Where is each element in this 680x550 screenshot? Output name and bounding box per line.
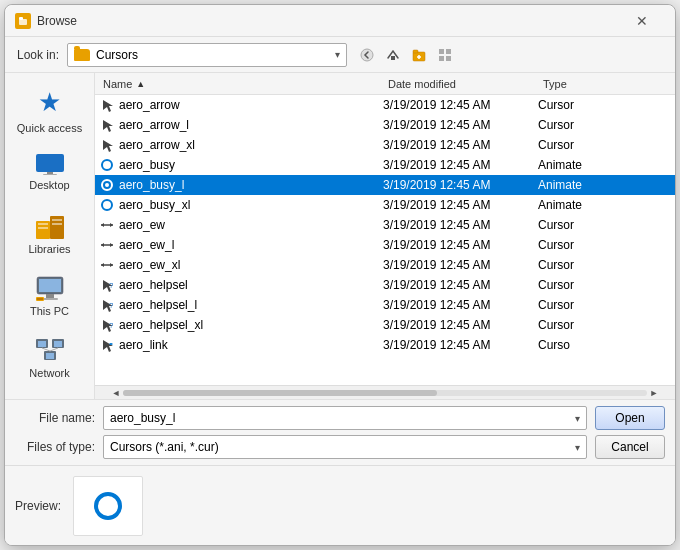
filetype-input[interactable]: Cursors (*.ani, *.cur) ▾ [103,435,587,459]
filetype-dropdown-icon: ▾ [575,442,580,453]
cancel-button[interactable]: Cancel [595,435,665,459]
file-type: Cursor [538,218,671,232]
svg-rect-20 [52,223,62,225]
filename-input[interactable]: aero_busy_l ▾ [103,406,587,430]
preview-box [73,476,143,536]
svg-rect-32 [46,353,54,359]
sidebar-item-libraries[interactable]: Libraries [10,205,90,263]
libraries-icon [36,213,64,239]
svg-rect-28 [38,341,46,347]
toolbar-buttons [355,43,457,67]
scroll-left-arrow[interactable]: ◄ [109,386,123,400]
sidebar-item-desktop[interactable]: Desktop [10,143,90,201]
svg-marker-37 [103,140,113,152]
svg-marker-49 [101,263,104,267]
views-button[interactable] [433,43,457,67]
file-type: Animate [538,178,671,192]
filename-row: File name: aero_busy_l ▾ Open [15,406,665,430]
toolbar: Look in: Cursors ▾ [5,37,675,73]
svg-line-34 [50,348,58,351]
filetype-value: Cursors (*.ani, *.cur) [110,440,575,454]
table-row[interactable]: aero_busy 3/19/2019 12:45 AM Animate [95,155,675,175]
table-row[interactable]: aero_ew 3/19/2019 12:45 AM Cursor [95,215,675,235]
sidebar-item-network[interactable]: Network [10,329,90,387]
svg-line-33 [42,348,50,351]
preview-label: Preview: [15,499,61,513]
table-row[interactable]: aero_arrow 3/19/2019 12:45 AM Cursor [95,95,675,115]
svg-rect-12 [36,154,64,172]
table-row[interactable]: aero_link 3/19/2019 12:45 AM Curso [95,335,675,355]
file-date: 3/19/2019 12:45 AM [383,218,538,232]
file-date: 3/19/2019 12:45 AM [383,278,538,292]
svg-rect-30 [54,341,62,347]
sidebar-item-label: Network [29,367,69,379]
file-header: Name ▲ Date modified Type [95,73,675,95]
file-date: 3/19/2019 12:45 AM [383,198,538,212]
look-in-select[interactable]: Cursors ▾ [67,43,347,67]
table-row[interactable]: aero_busy_l 3/19/2019 12:45 AM Animate [95,175,675,195]
file-name: aero_helpsel_l [119,298,383,312]
file-icon: ? [99,277,115,293]
col-header-date[interactable]: Date modified [384,73,539,94]
sidebar: ★ Quick access Desktop [5,73,95,399]
file-name: aero_ew_xl [119,258,383,272]
svg-marker-36 [103,120,113,132]
horizontal-scrollbar[interactable]: ◄ ► [95,385,675,399]
svg-marker-46 [101,243,104,247]
col-header-name[interactable]: Name ▲ [99,73,384,94]
table-row[interactable]: aero_ew_xl 3/19/2019 12:45 AM Cursor [95,255,675,275]
back-button[interactable] [355,43,379,67]
file-date: 3/19/2019 12:45 AM [383,318,538,332]
file-name: aero_ew [119,218,383,232]
file-name: aero_arrow_xl [119,138,383,152]
svg-rect-26 [37,298,43,300]
table-row[interactable]: aero_busy_xl 3/19/2019 12:45 AM Animate [95,195,675,215]
new-folder-button[interactable] [407,43,431,67]
table-row[interactable]: ? aero_helpsel 3/19/2019 12:45 AM Cursor [95,275,675,295]
file-date: 3/19/2019 12:45 AM [383,258,538,272]
dropdown-arrow-icon: ▾ [335,49,340,60]
file-type: Animate [538,158,671,172]
file-name: aero_busy_l [119,178,383,192]
preview-cursor-image [94,492,122,520]
sidebar-item-quick-access[interactable]: ★ Quick access [10,81,90,139]
file-type: Curso [538,338,671,352]
svg-rect-22 [39,279,61,292]
file-list[interactable]: aero_arrow 3/19/2019 12:45 AM Cursor aer… [95,95,675,385]
file-icon [99,117,115,133]
table-row[interactable]: aero_arrow_xl 3/19/2019 12:45 AM Cursor [95,135,675,155]
scroll-thumb[interactable] [123,390,437,396]
file-icon [99,177,115,193]
table-row[interactable]: aero_ew_l 3/19/2019 12:45 AM Cursor [95,235,675,255]
file-name: aero_busy_xl [119,198,383,212]
svg-text:?: ? [109,301,113,310]
file-icon [99,217,115,233]
file-date: 3/19/2019 12:45 AM [383,118,538,132]
file-type: Cursor [538,138,671,152]
svg-marker-50 [110,263,113,267]
file-type: Cursor [538,318,671,332]
scroll-right-arrow[interactable]: ► [647,386,661,400]
file-date: 3/19/2019 12:45 AM [383,238,538,252]
file-icon [99,237,115,253]
main-area: ★ Quick access Desktop [5,73,675,399]
file-type: Cursor [538,118,671,132]
table-row[interactable]: aero_arrow_l 3/19/2019 12:45 AM Cursor [95,115,675,135]
file-name: aero_arrow [119,98,383,112]
sidebar-item-this-pc[interactable]: This PC [10,267,90,325]
file-date: 3/19/2019 12:45 AM [383,98,538,112]
quick-access-icon: ★ [38,87,61,118]
file-name: aero_arrow_l [119,118,383,132]
col-header-type[interactable]: Type [539,73,671,94]
svg-point-41 [102,200,112,210]
file-name: aero_link [119,338,383,352]
file-type: Cursor [538,298,671,312]
table-row[interactable]: ? aero_helpsel_xl 3/19/2019 12:45 AM Cur… [95,315,675,335]
close-button[interactable]: ✕ [619,5,665,37]
table-row[interactable]: ? aero_helpsel_l 3/19/2019 12:45 AM Curs… [95,295,675,315]
svg-rect-9 [446,49,451,54]
open-button[interactable]: Open [595,406,665,430]
svg-marker-47 [110,243,113,247]
up-button[interactable] [381,43,405,67]
svg-rect-23 [46,294,54,298]
